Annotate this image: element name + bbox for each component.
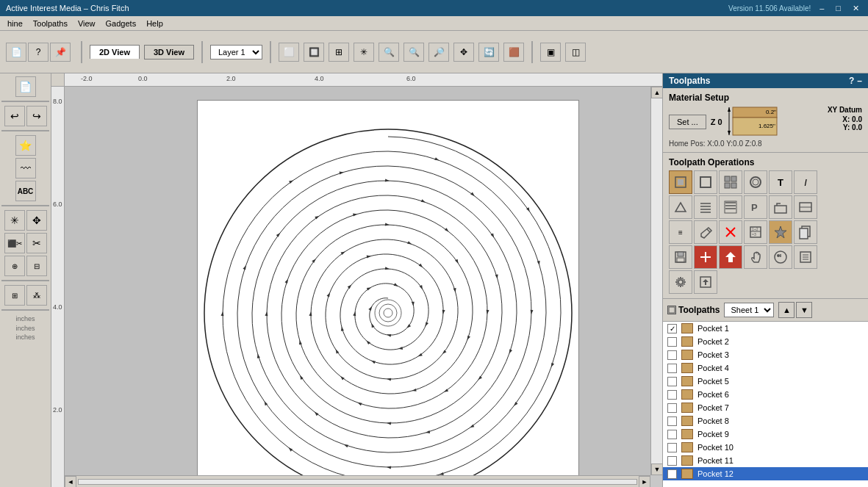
star-icon[interactable]: ⭐ [15, 135, 36, 156]
material-btn[interactable]: 🟫 [503, 43, 524, 62]
toolpath-checkbox[interactable] [667, 430, 677, 439]
text-icon[interactable]: ABC [15, 181, 36, 201]
move-up-btn[interactable]: ▲ [778, 302, 795, 318]
weld-icon[interactable]: ⊕ [4, 256, 25, 276]
subtract-icon[interactable]: ⊟ [26, 256, 47, 276]
op-ball-btn[interactable] [794, 195, 817, 219]
toolpath-item[interactable]: Pocket 2 [663, 335, 868, 348]
select-icon[interactable]: ✳ [4, 210, 25, 231]
toolpath-item[interactable]: Pocket 1 [663, 322, 868, 335]
op-delete-btn[interactable] [719, 220, 742, 244]
open-file-btn[interactable]: 📄 [6, 43, 26, 62]
op-open-btn[interactable] [769, 195, 792, 219]
toolpath-item[interactable]: Pocket 11 [663, 454, 868, 467]
close-btn[interactable]: ✕ [850, 4, 862, 13]
v-scrollbar[interactable]: ▲ ▼ [650, 87, 662, 475]
toolpath-checkbox[interactable] [667, 337, 677, 347]
toolpath-checkbox[interactable] [667, 469, 677, 479]
toolpath-item[interactable]: Pocket 9 [663, 428, 868, 441]
toolpath-item[interactable]: Pocket 4 [663, 361, 868, 375]
op-follow-btn[interactable]: P [744, 195, 767, 219]
scroll-right-btn[interactable]: ► [639, 476, 650, 488]
op-calc-btn[interactable]: 1+2=3 [744, 220, 767, 244]
op-hand-btn[interactable] [744, 245, 767, 269]
toolpath-checkbox[interactable] [667, 324, 677, 333]
maximize-btn[interactable]: □ [833, 4, 844, 12]
op-profile-btn[interactable] [694, 170, 717, 194]
op-fluting-btn[interactable] [719, 195, 742, 219]
move-icon[interactable]: ✥ [26, 210, 47, 231]
view-selected-btn[interactable]: 🔲 [304, 43, 324, 62]
menu-view[interactable]: View [73, 18, 100, 29]
zoom-out-btn[interactable]: 🔎 [428, 43, 449, 62]
main-canvas[interactable]: ▲ ▼ ◄ ► [65, 87, 662, 487]
op-star2-btn[interactable] [769, 220, 792, 244]
op-vcarve-btn[interactable] [669, 195, 692, 219]
toolpath-checkbox[interactable] [667, 390, 677, 400]
op-settings-btn[interactable] [669, 270, 692, 294]
op-engrave-btn[interactable]: I [794, 170, 817, 194]
minimize-btn[interactable]: – [817, 4, 827, 12]
panel-help-icon[interactable]: ? [849, 76, 854, 86]
zoom-in-btn[interactable]: 🔍 [379, 43, 399, 62]
view-2d-btn[interactable]: 2D View [90, 45, 140, 59]
move-down-btn[interactable]: ▼ [796, 302, 812, 318]
toolpath-item[interactable]: Pocket 10 [663, 441, 868, 454]
menu-gadgets[interactable]: Gadgets [101, 18, 141, 29]
op-drill-btn[interactable] [719, 170, 742, 194]
help-btn[interactable]: ? [28, 43, 49, 62]
scroll-left-btn[interactable]: ◄ [65, 476, 76, 488]
op-raster-btn[interactable]: ≡ [669, 220, 692, 244]
menu-help[interactable]: Help [142, 18, 168, 29]
toolpath-item[interactable]: Pocket 7 [663, 401, 868, 414]
pin-btn[interactable]: 📌 [50, 43, 71, 62]
op-simulate-btn[interactable] [769, 245, 792, 269]
tile2-btn[interactable]: ◫ [565, 43, 586, 62]
toolpath-checkbox[interactable] [667, 364, 677, 373]
op-pocket-btn[interactable] [669, 170, 692, 194]
transform-icon[interactable]: ⬛✂ [4, 233, 25, 253]
toolpath-checkbox[interactable] [667, 350, 677, 360]
op-edit-btn[interactable] [694, 220, 717, 244]
snap-btn[interactable]: ✳ [354, 43, 374, 62]
toolpath-checkbox[interactable] [667, 403, 677, 413]
sheet-select[interactable]: Sheet 1 [724, 303, 774, 317]
zoom-rect-btn[interactable]: 🔍 [403, 43, 424, 62]
op-lathe-btn[interactable] [744, 170, 767, 194]
op-hatch-btn[interactable] [694, 195, 717, 219]
toolpath-item[interactable]: Pocket 3 [663, 348, 868, 361]
tile-btn[interactable]: ▣ [540, 43, 561, 62]
menu-toolpaths[interactable]: Toolpaths [29, 18, 72, 29]
panel-minimize-icon[interactable]: – [857, 76, 862, 86]
qr-icon[interactable]: ⁂ [26, 285, 47, 306]
op-import-btn[interactable] [694, 270, 717, 294]
op-export-btn[interactable] [719, 245, 742, 269]
new-file-icon[interactable]: 📄 [15, 76, 36, 97]
redo-icon[interactable]: ↪ [26, 106, 47, 126]
op-text-btn[interactable]: T [769, 170, 792, 194]
toolpath-checkbox[interactable] [667, 377, 677, 386]
view-all-btn[interactable]: ⬜ [279, 43, 299, 62]
scroll-down-btn[interactable]: ▼ [651, 463, 662, 475]
op-stats-btn[interactable] [794, 245, 817, 269]
menu-machine[interactable]: hine [3, 18, 27, 29]
toolpath-item[interactable]: Pocket 5 [663, 375, 868, 388]
table-icon[interactable]: ⊞ [4, 285, 25, 306]
pan-btn[interactable]: ✥ [453, 43, 474, 62]
toolpath-checkbox[interactable] [667, 456, 677, 466]
op-merge-btn[interactable] [694, 245, 717, 269]
toggle-btn[interactable]: 🔄 [478, 43, 499, 62]
wave-icon[interactable]: 〰 [15, 158, 36, 178]
grid-btn[interactable]: ⊞ [329, 43, 349, 62]
scissors-icon[interactable]: ✂ [26, 233, 47, 253]
toolpath-item[interactable]: Pocket 6 [663, 388, 868, 401]
set-material-btn[interactable]: Set ... [669, 115, 706, 129]
toolpath-checkbox[interactable] [667, 443, 677, 452]
toolpath-item[interactable]: Pocket 8 [663, 414, 868, 428]
view-3d-btn[interactable]: 3D View [144, 45, 194, 59]
op-copy-btn[interactable] [794, 220, 817, 244]
scroll-up-btn[interactable]: ▲ [651, 87, 662, 98]
undo-icon[interactable]: ↩ [4, 106, 25, 126]
toolpath-checkbox[interactable] [667, 416, 677, 426]
op-save-btn[interactable] [669, 245, 692, 269]
